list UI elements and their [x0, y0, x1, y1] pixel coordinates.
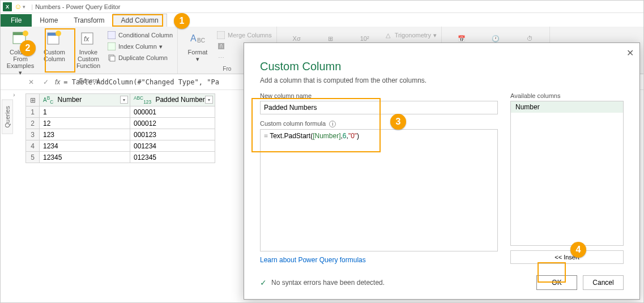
group-label: General [79, 78, 99, 84]
label: Number [58, 96, 82, 104]
list-item[interactable]: Number [511, 101, 623, 113]
dialog-title: Custom Column [260, 60, 624, 73]
label: Merge Columns [228, 32, 272, 39]
fx-icon: fx [79, 29, 97, 48]
index-icon [107, 42, 116, 51]
callout-2: 2 [20, 40, 36, 56]
expand-queries-icon[interactable]: › [13, 91, 15, 98]
info-icon[interactable]: i [329, 121, 336, 127]
callout-1: 1 [174, 13, 190, 29]
column-header-padded[interactable]: ABC123 Padded Numbers ▾ [130, 94, 215, 106]
format-icon: ABC [189, 29, 207, 48]
text-type-icon: ABC [43, 97, 53, 103]
label: Trigonometry [395, 32, 431, 39]
trigonometry-button: △Trigonometry ▾ [382, 30, 438, 40]
row-number[interactable]: 3 [26, 129, 40, 140]
tab-file[interactable]: File [1, 14, 32, 27]
row-number[interactable]: 2 [26, 118, 40, 129]
svg-rect-9 [108, 42, 116, 50]
svg-rect-8 [108, 31, 116, 39]
label: Conditional Column [118, 32, 173, 39]
format-button[interactable]: ABC Format ▾ [181, 28, 214, 64]
table-row: 212000012 [26, 118, 215, 129]
svg-rect-11 [110, 56, 115, 61]
svg-text:fx: fx [84, 35, 89, 43]
cell[interactable]: 12345 [40, 152, 130, 163]
check-icon: ✓ [260, 278, 267, 287]
row-number[interactable]: 5 [26, 152, 40, 163]
excel-icon: X [3, 2, 12, 11]
title-bar: X ☺ ▾ | Numbers - Power Query Editor [1, 1, 643, 13]
dropdown-icon[interactable]: ▾ [23, 4, 25, 10]
queries-tab[interactable]: Queries [2, 100, 13, 134]
custom-formula-input[interactable]: = Text.PadStart([Number],6,"0") [260, 129, 498, 251]
table-row: 41234001234 [26, 140, 215, 152]
conditional-icon [107, 31, 116, 40]
row-number[interactable]: 1 [26, 106, 40, 118]
custom-column-dialog: ✕ Custom Column Add a column that is com… [244, 42, 640, 300]
cell[interactable]: 1234 [40, 140, 130, 152]
dropdown-icon[interactable]: ▾ [205, 96, 213, 104]
learn-link[interactable]: Learn about Power Query formulas [260, 256, 498, 264]
callout-3: 3 [390, 114, 406, 130]
index-column-button[interactable]: Index Column ▾ [106, 41, 174, 52]
close-icon[interactable]: ✕ [626, 48, 634, 58]
cancel-icon[interactable]: ✕ [25, 78, 37, 86]
column-header-number[interactable]: ABC Number ▾ [40, 94, 130, 106]
ok-button[interactable]: OK [536, 275, 577, 290]
label: Duplicate Column [118, 54, 168, 61]
smiley-icon[interactable]: ☺ [14, 2, 22, 11]
svg-point-5 [56, 31, 61, 36]
svg-rect-14 [217, 31, 225, 39]
cell[interactable]: 1 [40, 106, 130, 118]
row-number[interactable]: 4 [26, 140, 40, 152]
label: Invoke Custom Function [74, 49, 103, 69]
svg-text:A: A [190, 33, 197, 43]
merge-icon [216, 31, 225, 40]
dropdown-icon[interactable]: ▾ [120, 96, 128, 104]
cell[interactable]: 12 [40, 118, 130, 129]
cell[interactable]: 000001 [130, 106, 215, 118]
cell[interactable]: 001234 [130, 140, 215, 152]
custom-formula-label: Custom column formula i [260, 120, 498, 127]
new-column-name-label: New column name [260, 92, 498, 99]
table-row: 11000001 [26, 106, 215, 118]
invoke-custom-function-button[interactable]: fx Invoke Custom Function [72, 28, 105, 71]
tab-home[interactable]: Home [32, 14, 66, 27]
separator: | [31, 3, 33, 10]
accept-icon[interactable]: ✓ [40, 78, 52, 86]
table-row: 512345012345 [26, 152, 215, 163]
merge-columns-button[interactable]: Merge Columns [215, 30, 273, 40]
duplicate-column-button[interactable]: Duplicate Column [106, 53, 174, 63]
svg-point-2 [23, 31, 28, 36]
syntax-status: ✓ No syntax errors have been detected. [260, 278, 531, 287]
cell[interactable]: 123 [40, 129, 130, 140]
label: Custom Column [40, 49, 69, 62]
insert-button[interactable]: << Insert [510, 250, 624, 264]
callout-4: 4 [570, 242, 586, 258]
any-type-icon: ABC123 [134, 97, 151, 103]
group-label: Fro [223, 66, 231, 72]
table-row: 3123000123 [26, 129, 215, 140]
label: Index Column [118, 43, 157, 50]
label: Padded Numbers [155, 96, 208, 104]
dialog-subtitle: Add a column that is computed from the o… [260, 76, 624, 84]
new-column-name-input[interactable] [260, 101, 498, 114]
cell[interactable]: 012345 [130, 152, 215, 163]
tab-transform[interactable]: Transform [66, 14, 112, 27]
cancel-button[interactable]: Cancel [583, 275, 624, 290]
custom-column-button[interactable]: Custom Column [38, 28, 71, 64]
window-title: Numbers - Power Query Editor [35, 3, 120, 10]
svg-text:BC: BC [197, 37, 205, 44]
status-text: No syntax errors have been detected. [271, 279, 385, 287]
available-columns-list[interactable]: Number [510, 101, 624, 246]
cell[interactable]: 000012 [130, 118, 215, 129]
table-plus-icon [45, 29, 63, 48]
fx-icon[interactable]: fx [55, 78, 60, 86]
tab-add-column[interactable]: Add Column [113, 14, 167, 27]
corner-cell[interactable]: ⊞ [26, 94, 40, 106]
conditional-column-button[interactable]: Conditional Column [106, 30, 174, 40]
ribbon-tabs: File Home Transform Add Column View [1, 13, 643, 27]
cell[interactable]: 000123 [130, 129, 215, 140]
duplicate-icon [107, 53, 116, 62]
